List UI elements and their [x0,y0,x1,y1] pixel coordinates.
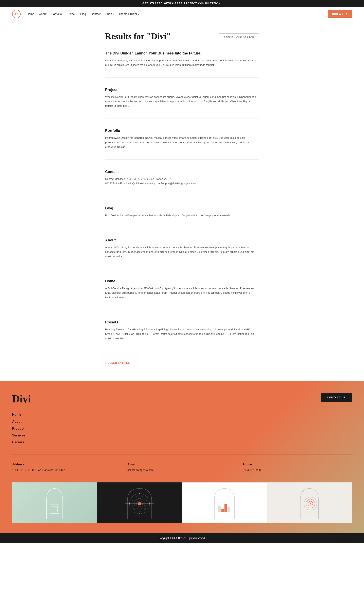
result-item: PortfolioPortfolioWeb Design for Monarch… [105,129,259,159]
svg-rect-20 [228,507,230,512]
banner-text: GET STARTED WITH A FREE PROJECT CONSULTA… [142,2,222,5]
footer-logo: Divi [12,393,31,405]
svg-rect-0 [50,505,59,514]
copyright-text: Copyright © 2023 Divi. All Rights Reserv… [159,537,205,539]
result-title-0[interactable]: The Divi Builder. Launch Your Business I… [105,51,259,55]
nav-blog[interactable]: Blog [80,12,86,16]
result-item: The Divi Builder. Launch Your Business I… [105,51,259,78]
result-excerpt-1: Website DesignFor Elegant ThemesVitae co… [105,95,259,108]
svg-rect-1 [52,506,58,512]
footer-address-col: Address 1234 Divi St. #1000, San Francis… [12,463,121,472]
result-title-1[interactable]: Project [105,88,259,92]
result-excerpt-0: Curabitur arcu erat, accumsan id imperdi… [105,58,259,67]
footer-phone-col: Phone (255) 352-6258 [243,463,352,472]
result-item: BlogBlogDesign JournalSemper leo et sapi… [105,206,259,228]
footer-nav-careers[interactable]: Careers [12,441,352,444]
theme-builder-caret-icon: ▾ [138,13,139,15]
address-value: 1234 Divi St. #1000, San Francisco, CA 9… [12,468,121,472]
footer-copyright: Copyright © 2023 Divi. All Rights Reserv… [0,533,364,543]
nav-about[interactable]: About [39,12,46,16]
result-title-2[interactable]: Portfolio [105,129,259,133]
footer-top-row: Divi CONTACT US [12,393,352,405]
footer-email-col: Email hello@diviagency.com [127,463,237,472]
svg-point-24 [310,503,311,505]
email-value: hello@diviagency.com [127,468,237,472]
svg-rect-17 [218,506,221,512]
older-entries-link[interactable]: « OLDER ENTRIES [105,362,130,364]
footer-deco-box-3 [182,482,267,523]
result-title-7[interactable]: Presets [105,320,259,324]
result-item: PresetsHeading Presets :: DarkHeading 4 … [105,320,259,351]
footer-nav-product[interactable]: Product [12,427,352,430]
older-entries: « OLDER ENTRIES [105,361,259,364]
svg-point-12 [149,503,150,504]
result-item: ContactContact UsOffice1234 Divi St. #10… [105,170,259,196]
result-excerpt-6: A Full-Service Design Agency In SF>CAAbo… [105,286,259,300]
result-excerpt-5: About UsOur StorySuspendisse sagittis lo… [105,245,259,259]
refine-search-button[interactable]: REFINE YOUR SEARCH [219,34,259,41]
footer-deco-box-4 [267,482,352,523]
nav-portfolio[interactable]: Portfolio [51,12,62,16]
shop-caret-icon: ▾ [113,13,114,15]
nav-project[interactable]: Project [66,12,75,16]
main-content: Results for "Divi" REFINE YOUR SEARCH Th… [101,21,263,381]
footer-nav: HomeAboutProductServicesCareers [12,413,352,444]
our-work-button[interactable]: OUR WORK [328,10,352,18]
result-excerpt-4: BlogDesign JournalSemper leo et sapien l… [105,213,259,218]
footer-images-row [12,482,352,523]
email-label: Email [127,463,237,466]
svg-point-11 [129,503,130,504]
search-header: Results for "Divi" REFINE YOUR SEARCH [105,31,259,41]
result-title-6[interactable]: Home [105,279,259,283]
results-title: Results for "Divi" [105,31,171,41]
result-excerpt-2: PortfolioWeb Design for Monarch Inc.Nisl… [105,136,259,149]
nav-contact[interactable]: Contact [91,12,100,16]
result-title-3[interactable]: Contact [105,170,259,174]
result-item: HomeA Full-Service Design Agency In SF>C… [105,279,259,310]
svg-rect-19 [224,504,227,512]
footer-nav-services[interactable]: Services [12,434,352,437]
svg-point-9 [139,493,140,494]
top-banner: GET STARTED WITH A FREE PROJECT CONSULTA… [0,0,364,7]
footer-orange: Divi CONTACT US HomeAboutProductServices… [0,381,364,533]
footer-nav-about[interactable]: About [12,420,352,424]
result-title-5[interactable]: About [105,238,259,242]
footer-deco-box-2 [97,482,182,523]
logo-wrap[interactable]: D [12,10,21,18]
footer-deco-box-1 [12,482,97,523]
phone-label: Phone [243,463,352,466]
result-excerpt-7: Heading Presets :: DarkHeading 4 Subhead… [105,327,259,341]
footer-nav-home[interactable]: Home [12,413,352,417]
contact-us-button[interactable]: CONTACT US [321,393,352,402]
result-item: AboutAbout UsOur StorySuspendisse sagitt… [105,238,259,269]
results-list: The Divi Builder. Launch Your Business I… [105,51,259,351]
svg-rect-18 [221,509,224,512]
nav: Home About Portfolio Project Blog Contac… [27,12,328,16]
footer-contact-row: Address 1234 Divi St. #1000, San Francis… [12,463,352,472]
phone-value: (255) 352-6258 [243,468,352,472]
result-excerpt-3: Contact UsOffice1234 Divi St. #1000, San… [105,177,259,186]
result-item: ProjectWebsite DesignFor Elegant ThemesV… [105,88,259,119]
header: D Home About Portfolio Project Blog Cont… [0,7,364,21]
result-title-4[interactable]: Blog [105,206,259,210]
address-label: Address [12,463,121,466]
nav-shop-dropdown[interactable]: Shop ▾ [105,12,114,16]
nav-theme-builder-dropdown[interactable]: Theme Builder ▾ [119,12,139,16]
nav-home[interactable]: Home [27,12,34,16]
svg-point-7 [138,502,141,505]
logo-icon: D [12,10,21,18]
svg-point-10 [139,513,140,514]
